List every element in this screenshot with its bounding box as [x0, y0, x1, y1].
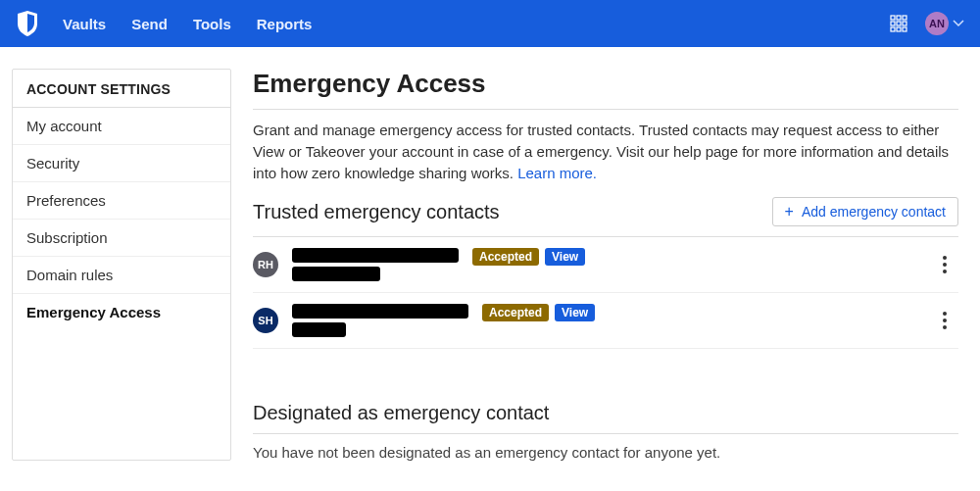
nav-send[interactable]: Send: [131, 16, 168, 32]
contact-row[interactable]: SH Accepted View: [253, 293, 958, 349]
contact-tags: Accepted View: [482, 304, 595, 321]
primary-nav: Vaults Send Tools Reports: [63, 16, 312, 32]
contact-avatar: SH: [253, 308, 278, 333]
svg-rect-7: [897, 27, 901, 31]
contact-options-menu[interactable]: [935, 252, 955, 277]
svg-rect-6: [891, 27, 895, 31]
account-menu[interactable]: AN: [925, 12, 964, 35]
contact-name-redacted: [292, 248, 459, 281]
main-content: Emergency Access Grant and manage emerge…: [253, 69, 962, 461]
designated-empty-message: You have not been designated as an emerg…: [253, 444, 958, 461]
svg-rect-8: [903, 27, 906, 31]
sidebar-item-domain-rules[interactable]: Domain rules: [13, 257, 230, 294]
top-right-controls: AN: [890, 12, 964, 35]
sidebar-item-emergency-access[interactable]: Emergency Access: [13, 294, 230, 330]
add-button-label: Add emergency contact: [802, 204, 946, 220]
shield-logo-icon[interactable]: [16, 10, 39, 37]
contact-name-redacted: [292, 304, 468, 337]
apps-grid-icon[interactable]: [890, 15, 907, 32]
status-badge: Accepted: [482, 304, 549, 321]
permission-badge: View: [555, 304, 595, 321]
sidebar-title: ACCOUNT SETTINGS: [13, 70, 230, 108]
nav-tools[interactable]: Tools: [193, 16, 231, 32]
designated-title: Designated as emergency contact: [253, 402, 958, 434]
trusted-contacts-title: Trusted emergency contacts: [253, 201, 500, 223]
svg-rect-4: [897, 22, 901, 25]
page-description: Grant and manage emergency access for tr…: [253, 120, 958, 183]
sidebar-item-my-account[interactable]: My account: [13, 108, 230, 145]
page-description-text: Grant and manage emergency access for tr…: [253, 122, 949, 181]
svg-rect-2: [903, 16, 906, 20]
settings-sidebar: ACCOUNT SETTINGS My account Security Pre…: [12, 69, 231, 461]
status-badge: Accepted: [472, 248, 539, 266]
svg-rect-1: [897, 16, 901, 20]
trusted-contacts-header: Trusted emergency contacts + Add emergen…: [253, 197, 958, 237]
svg-rect-0: [891, 16, 895, 20]
page-title: Emergency Access: [253, 69, 958, 110]
svg-rect-5: [903, 22, 906, 25]
sidebar-item-subscription[interactable]: Subscription: [13, 220, 230, 257]
contact-row[interactable]: RH Accepted View: [253, 237, 958, 293]
contact-avatar: RH: [253, 252, 278, 277]
permission-badge: View: [545, 248, 585, 266]
trusted-contacts-list: RH Accepted View SH: [253, 237, 958, 349]
svg-rect-3: [891, 22, 895, 25]
contact-tags: Accepted View: [472, 248, 585, 266]
contact-options-menu[interactable]: [935, 308, 955, 333]
nav-reports[interactable]: Reports: [257, 16, 313, 32]
learn-more-link[interactable]: Learn more.: [517, 165, 597, 181]
avatar: AN: [925, 12, 949, 35]
add-emergency-contact-button[interactable]: + Add emergency contact: [772, 197, 958, 226]
sidebar-item-preferences[interactable]: Preferences: [13, 182, 230, 220]
top-navbar: Vaults Send Tools Reports AN: [0, 0, 980, 47]
chevron-down-icon: [953, 20, 964, 27]
nav-vaults[interactable]: Vaults: [63, 16, 106, 32]
sidebar-item-security[interactable]: Security: [13, 145, 230, 182]
